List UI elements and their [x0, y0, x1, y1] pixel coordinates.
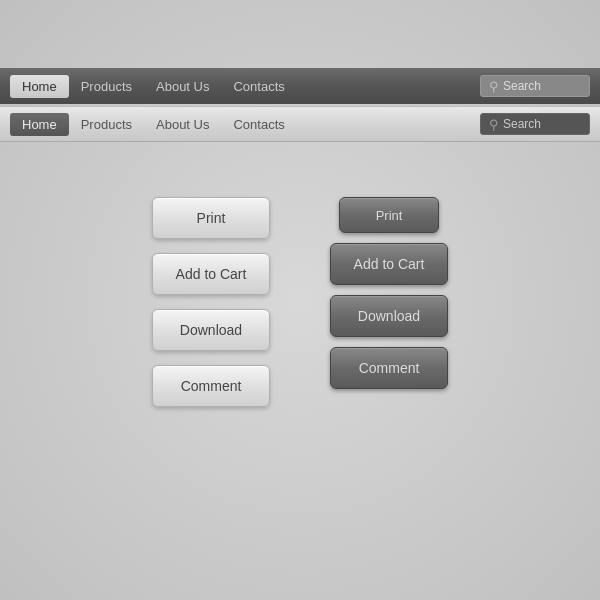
- search-box-dark[interactable]: ⚲ Search: [480, 75, 590, 97]
- search-area-light: ⚲ Search: [480, 113, 590, 135]
- download-button-dark[interactable]: Download: [330, 295, 448, 337]
- search-label-dark: Search: [503, 79, 541, 93]
- nav-products-light[interactable]: Products: [69, 113, 144, 136]
- search-icon-light: ⚲: [489, 117, 499, 132]
- print-button-dark[interactable]: Print: [339, 197, 439, 233]
- search-icon-dark: ⚲: [489, 79, 499, 94]
- navbar-dark: Home Products About Us Contacts ⚲ Search: [0, 68, 600, 104]
- navbar-light: Home Products About Us Contacts ⚲ Search: [0, 106, 600, 142]
- nav-aboutus-dark[interactable]: About Us: [144, 75, 221, 98]
- buttons-area: Print Add to Cart Download Comment Print…: [0, 197, 600, 407]
- nav-home-dark[interactable]: Home: [10, 75, 69, 98]
- search-area-dark: ⚲ Search: [480, 75, 590, 97]
- add-to-cart-button-light[interactable]: Add to Cart: [152, 253, 270, 295]
- nav-aboutus-light[interactable]: About Us: [144, 113, 221, 136]
- print-button-light[interactable]: Print: [152, 197, 270, 239]
- buttons-left-column: Print Add to Cart Download Comment: [152, 197, 270, 407]
- buttons-right-column: Print Add to Cart Download Comment: [330, 197, 448, 407]
- add-to-cart-button-dark[interactable]: Add to Cart: [330, 243, 448, 285]
- comment-button-dark[interactable]: Comment: [330, 347, 448, 389]
- comment-button-light[interactable]: Comment: [152, 365, 270, 407]
- nav-contacts-light[interactable]: Contacts: [221, 113, 296, 136]
- search-label-light: Search: [503, 117, 541, 131]
- nav-contacts-dark[interactable]: Contacts: [221, 75, 296, 98]
- download-button-light[interactable]: Download: [152, 309, 270, 351]
- nav-products-dark[interactable]: Products: [69, 75, 144, 98]
- nav-home-light[interactable]: Home: [10, 113, 69, 136]
- search-box-light[interactable]: ⚲ Search: [480, 113, 590, 135]
